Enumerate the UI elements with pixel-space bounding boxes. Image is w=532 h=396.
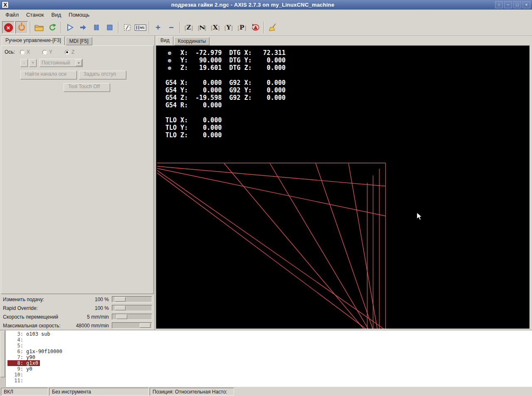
maximize-button[interactable]: □ (513, 1, 521, 8)
toolbar: × M1 (0, 20, 532, 36)
menu-help[interactable]: Помощь (65, 10, 93, 19)
optional-pause-button[interactable]: M1 (134, 21, 147, 34)
line-text: o103 sub (26, 331, 50, 337)
run-step-button[interactable] (77, 21, 89, 34)
view-front-button[interactable]: Y (222, 21, 235, 34)
line-number: 8: (7, 360, 23, 366)
view-rotated-top-button[interactable]: Z (196, 21, 208, 34)
line-number: 3: (7, 331, 23, 337)
shade-button[interactable]: ↑ (495, 1, 503, 8)
zoom-in-button[interactable]: + (152, 21, 164, 34)
gcode-listing: 3:o103 sub 4: 5: 6:g1x-90f10000 7:y90 8:… (0, 330, 532, 387)
plus-icon: + (155, 23, 160, 32)
jog-speed-value: 5 mm/min (87, 314, 109, 320)
tab-dro[interactable]: Координаты (174, 37, 210, 45)
slider-handle[interactable] (116, 314, 127, 319)
gcode-line[interactable]: 11: (7, 378, 28, 384)
statusbar: ВКЛ Без инструмента Позиция: Относительн… (0, 387, 532, 396)
open-file-button[interactable] (33, 21, 45, 34)
preview-canvas[interactable]: X: -72.979 DTG X: 72.311 Y: 90.000 DTG Y… (156, 45, 530, 329)
machine-power-button[interactable] (15, 21, 28, 34)
main-content: Ручное управление-[F3] MDI [F5] Ось: X Y (0, 36, 532, 330)
line-text: g1x-90f10000 (26, 349, 62, 354)
menu-machine[interactable]: Станок (22, 10, 48, 19)
radio-dot-icon (42, 50, 47, 54)
status-machine-state: ВКЛ (1, 388, 48, 396)
max-velocity-slider[interactable] (112, 322, 152, 329)
titlebar[interactable]: X подрезка гайки 2.ngc - AXIS 2.7.3 on m… (0, 0, 532, 10)
manual-control-panel: Ручное управление-[F3] MDI [F5] Ось: X Y (0, 36, 155, 330)
menu-view[interactable]: Вид (48, 10, 65, 19)
tab-manual-control[interactable]: Ручное управление-[F3] (2, 36, 65, 45)
toolbar-separator (149, 22, 150, 33)
slider-handle[interactable] (115, 306, 126, 310)
line-text: g1x0 (26, 360, 38, 366)
radio-dot-icon (20, 50, 25, 54)
axis-radio-y[interactable]: Y (42, 49, 62, 55)
line-number: 5: (7, 343, 23, 349)
tool-touch-off-button[interactable]: Tool Touch Off (64, 83, 110, 92)
window-title: подрезка гайки 2.ngc - AXIS 2.7.3 on my_… (10, 2, 495, 8)
jog-speed-label: Скорость перемещений (3, 314, 87, 320)
menu-file[interactable]: Файл (2, 10, 22, 19)
minimize-button[interactable]: − (504, 1, 512, 8)
override-sliders: Изменить подачу: 100 % Rapid Override: 1… (1, 294, 154, 330)
gcode-line[interactable]: 10: (7, 372, 28, 378)
zoom-out-button[interactable]: − (165, 21, 177, 34)
reload-file-button[interactable] (46, 21, 59, 34)
jog-plus-button[interactable]: + (29, 59, 37, 67)
rapid-override-slider[interactable] (112, 305, 152, 311)
view-perspective-button[interactable]: P (236, 21, 248, 34)
gcode-line[interactable]: 4: (7, 337, 28, 343)
stop-button[interactable] (103, 21, 116, 34)
homed-icon-z: ⊕ (168, 65, 171, 71)
window-menu-icon[interactable]: X (2, 1, 9, 8)
gcode-line[interactable]: 6:g1x-90f10000 (7, 349, 64, 354)
line-number: 6: (7, 349, 23, 354)
slider-handle[interactable] (115, 297, 126, 302)
line-number: 9: (7, 366, 23, 372)
view-top-button[interactable]: Z (182, 21, 195, 34)
toolbar-separator (264, 22, 264, 33)
gcode-line[interactable]: 3:o103 sub (7, 331, 52, 337)
tab-preview[interactable]: Вид (157, 36, 173, 45)
rotate-cone-icon (251, 23, 260, 32)
feed-override-slider[interactable] (112, 296, 152, 302)
rapid-override-value: 100 % (95, 305, 109, 311)
axis-window: X подрезка гайки 2.ngc - AXIS 2.7.3 on m… (0, 0, 532, 396)
left-tab-bar: Ручное управление-[F3] MDI [F5] (1, 37, 154, 45)
jog-minus-button[interactable]: - (20, 59, 28, 67)
close-button[interactable]: × (522, 1, 530, 8)
manual-control-box: Ось: X Y Z - + (1, 45, 154, 294)
gcode-lines: 3:o103 sub 4: 5: 6:g1x-90f10000 7:y90 8:… (6, 330, 532, 387)
home-axis-button[interactable]: Найти начало оси (20, 71, 77, 79)
clear-plot-button[interactable] (266, 21, 279, 34)
gcode-line-active[interactable]: 8:g1x0 (7, 360, 40, 366)
gcode-line[interactable]: 5: (7, 343, 28, 349)
slider-handle[interactable] (140, 323, 150, 328)
letter-y-icon: Y (227, 24, 231, 31)
gcode-line[interactable]: 7:y90 (7, 354, 37, 360)
pause-button[interactable] (90, 21, 103, 34)
max-velocity-value: 48000 mm/min (76, 323, 109, 329)
axis-radio-z[interactable]: Z (65, 49, 84, 55)
letter-p-icon: P (239, 24, 244, 31)
rotate-view-button[interactable] (249, 21, 261, 34)
jog-speed-slider[interactable] (112, 314, 152, 320)
scrollbar-thumb[interactable] (0, 331, 5, 377)
set-offset-button[interactable]: Задать отступ (79, 71, 126, 79)
view-side-button[interactable]: X (209, 21, 222, 34)
gcode-scrollbar[interactable] (0, 330, 6, 387)
tab-mdi[interactable]: MDI [F5] (66, 37, 92, 45)
line-number: 10: (7, 372, 23, 378)
pause-icon (92, 23, 101, 32)
toolbar-separator (61, 22, 62, 33)
feed-override-label: Изменить подачу: (3, 297, 95, 302)
run-program-button[interactable] (64, 21, 76, 34)
axis-radio-x-label: X (27, 49, 30, 55)
estop-button[interactable]: × (2, 21, 15, 34)
jog-mode-select[interactable]: Постоянный ▼ (39, 59, 83, 67)
gcode-line[interactable]: 9:y0 (7, 366, 34, 372)
skip-lines-button[interactable] (121, 21, 133, 34)
axis-radio-x[interactable]: X (20, 49, 39, 55)
